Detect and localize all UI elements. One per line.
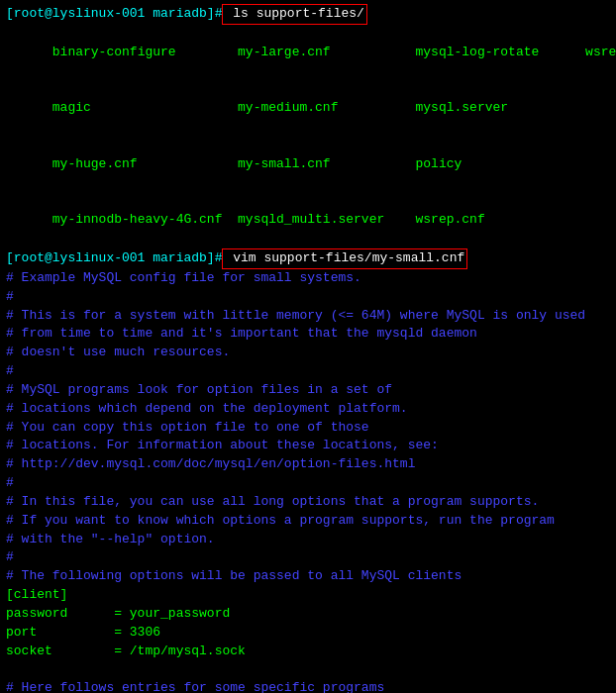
comment-12: #: [6, 474, 610, 493]
command-line-2: [root@lyslinux-001 mariadb]# vim support…: [6, 248, 610, 269]
client-section-header: [client]: [6, 586, 610, 605]
comment-13: # In this file, you can use all long opt…: [6, 493, 610, 512]
comment-5: # doesn't use much resources.: [6, 344, 610, 362]
comment-block: # Example MySQL config file for small sy…: [6, 269, 610, 586]
separator-empty-1: [6, 661, 610, 680]
cmd-1: ls support-files/: [225, 6, 363, 21]
command-line-1: [root@lyslinux-001 mariadb]# ls support-…: [6, 4, 610, 25]
terminal: [root@lyslinux-001 mariadb]# ls support-…: [0, 0, 616, 693]
comment-4: # from time to time and it's important t…: [6, 325, 610, 344]
client-socket: socket = /tmp/mysql.sock: [6, 643, 610, 661]
comment-16: #: [6, 548, 610, 567]
cmd-box-1: ls support-files/: [222, 4, 366, 25]
file-row-4: my-innodb-heavy-4G.cnf mysqld_multi.serv…: [6, 192, 610, 248]
comment-10: # locations. For information about these…: [6, 437, 610, 455]
comment-6: #: [6, 362, 610, 381]
file-row-1: binary-configure my-large.cnf mysql-log-…: [6, 25, 610, 81]
comment-3: # This is for a system with little memor…: [6, 307, 610, 326]
comment-1: # Example MySQL config file for small sy…: [6, 269, 610, 288]
file-listing: binary-configure my-large.cnf mysql-log-…: [6, 25, 610, 248]
prompt-2: [root@lyslinux-001 mariadb]#: [6, 249, 222, 268]
client-password: password = your_password: [6, 605, 610, 624]
comment-7: # MySQL programs look for option files i…: [6, 381, 610, 400]
comment-15: # with the "--help" option.: [6, 531, 610, 549]
comment-9: # You can copy this option file to one o…: [6, 419, 610, 438]
comment-14: # If you want to know which options a pr…: [6, 512, 610, 531]
file-row-3: my-huge.cnf my-small.cnf policy: [6, 137, 610, 193]
cmd-box-2: vim support-files/my-small.cnf: [222, 248, 467, 269]
file-row-2: magic my-medium.cnf mysql.server: [6, 80, 610, 137]
prompt-1: [root@lyslinux-001 mariadb]#: [6, 5, 222, 24]
comment-11: # http://dev.mysql.com/doc/mysql/en/opti…: [6, 455, 610, 474]
separator-comment: # Here follows entries for some specific…: [6, 679, 610, 693]
comment-2: #: [6, 288, 610, 307]
comment-17: # The following options will be passed t…: [6, 567, 610, 586]
client-port: port = 3306: [6, 624, 610, 643]
cmd-2: vim support-files/my-small.cnf: [225, 250, 464, 265]
comment-8: # locations which depend on the deployme…: [6, 400, 610, 419]
